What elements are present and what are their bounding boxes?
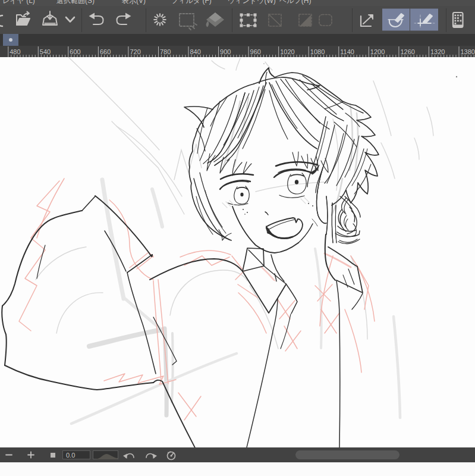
- svg-text:1260: 1260: [400, 48, 414, 55]
- svg-text:1200: 1200: [370, 48, 385, 55]
- svg-text:480: 480: [10, 48, 20, 55]
- svg-text:720: 720: [130, 48, 140, 55]
- svg-text:960: 960: [250, 48, 261, 55]
- svg-text:1380: 1380: [461, 48, 475, 55]
- svg-text:1020: 1020: [280, 48, 294, 55]
- svg-text:840: 840: [190, 48, 201, 55]
- svg-text:900: 900: [220, 48, 231, 55]
- svg-text:600: 600: [70, 48, 80, 55]
- svg-text:540: 540: [40, 48, 51, 55]
- svg-text:1080: 1080: [310, 48, 325, 55]
- svg-text:660: 660: [100, 48, 111, 55]
- svg-text:780: 780: [160, 48, 171, 55]
- svg-text:1320: 1320: [430, 48, 445, 55]
- svg-text:1140: 1140: [340, 48, 354, 55]
